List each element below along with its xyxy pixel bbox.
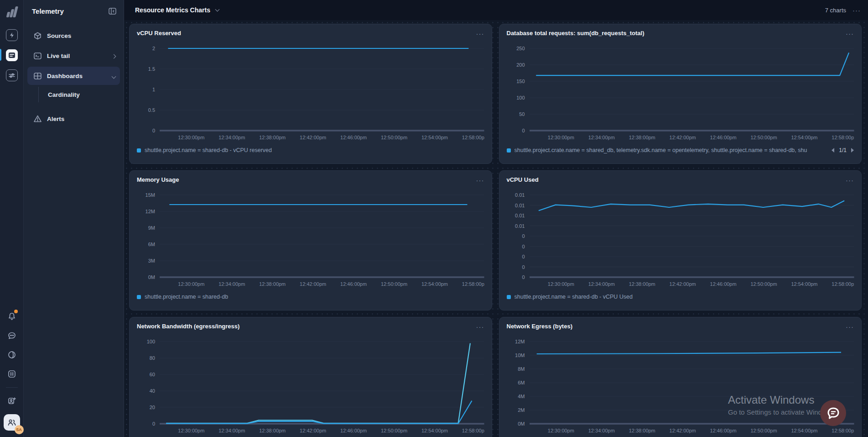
legend-swatch [507, 295, 511, 299]
chart-title: Database total requests: sum(db_requests… [507, 30, 645, 37]
x-axis: 12:30:00pm12:34:00pm12:38:00pm12:42:00pm… [530, 426, 854, 434]
legend-pager: 1/1 [827, 147, 854, 153]
chart-title: vCPU Used [507, 176, 539, 183]
legend-label: shuttle.project.name = shared-db [145, 294, 228, 300]
chart-legend: shuttle.project.name = shared-db - vCPU … [507, 294, 854, 300]
dashboard-grid-icon [34, 73, 42, 79]
chart-legend: shuttle.project.name = shared-db [137, 294, 484, 300]
chat-launcher-button[interactable] [820, 400, 846, 426]
telemetry-icon [8, 52, 16, 58]
chart-menu-button[interactable]: ··· [846, 323, 854, 331]
y-axis: 250200150100500 [507, 48, 525, 131]
sidebar-item-label: Live tail [47, 53, 70, 59]
y-axis: 21.510.50 [137, 48, 155, 131]
avatar: SA [15, 425, 24, 434]
pager-next-icon[interactable] [851, 148, 854, 153]
x-axis: 12:30:00pm12:34:00pm12:38:00pm12:42:00pm… [160, 133, 484, 141]
cube-icon [34, 32, 42, 40]
y-axis: 100806040200 [137, 342, 155, 424]
telemetry-app-button[interactable] [6, 49, 18, 61]
team-account-button[interactable]: SA [4, 414, 20, 431]
chat-bubble-icon [826, 406, 840, 420]
legend-label: shuttle.project.name = shared-db - vCPU … [145, 147, 272, 153]
x-axis: 12:30:00pm12:34:00pm12:38:00pm12:42:00pm… [160, 280, 484, 287]
charts-grid: vCPU Reserved ··· 21.510.50 12:30:00pm12… [124, 20, 868, 437]
panel-collapse-icon [109, 8, 116, 15]
legend-label: shuttle.project.crate.name = shared_db, … [515, 147, 807, 153]
team-icon [7, 419, 16, 426]
terminal-icon [34, 53, 42, 59]
sidebar-item-live-tail[interactable]: Live tail [27, 47, 120, 65]
chart-menu-button[interactable]: ··· [846, 176, 854, 184]
x-axis: 12:30:00pm12:34:00pm12:38:00pm12:42:00pm… [160, 426, 484, 434]
dashboard-menu-button[interactable]: ··· [852, 6, 861, 14]
dashboard-dropdown-chevron-icon[interactable] [215, 7, 220, 12]
dashboard-content: vCPU Reserved ··· 21.510.50 12:30:00pm12… [124, 20, 868, 437]
invite-user-button[interactable] [6, 395, 18, 407]
legend-swatch [137, 295, 141, 299]
chevron-down-icon [112, 74, 116, 79]
apps-button[interactable] [6, 368, 18, 380]
sidebar: Telemetry Sources [24, 0, 124, 437]
sidebar-item-sources[interactable]: Sources [27, 26, 120, 45]
chart-card-memory-usage: Memory Usage ··· 15M12M9M6M3M0M 12:30:00… [129, 170, 492, 311]
legend-label: shuttle.project.name = shared-db - vCPU … [515, 294, 633, 300]
chart-plot[interactable]: 0.010.010.010.0100000 12:30:00pm12:34:00… [507, 195, 854, 287]
sidebar-collapse-button[interactable] [107, 6, 117, 16]
chart-plot[interactable]: 21.510.50 12:30:00pm12:34:00pm12:38:00pm… [137, 48, 484, 141]
chat-icon [8, 332, 16, 340]
sidebar-item-dashboards[interactable]: Dashboards [27, 67, 120, 85]
chart-menu-button[interactable]: ··· [476, 30, 484, 37]
pager-label: 1/1 [839, 147, 847, 153]
lightning-icon [9, 32, 15, 38]
topbar: Resource Metrics Charts 7 charts ··· [124, 0, 868, 20]
sidebar-item-label: Alerts [47, 116, 64, 122]
connections-app-button[interactable] [6, 69, 18, 81]
charts-count: 7 charts [825, 7, 846, 14]
sliders-icon [9, 73, 15, 78]
chart-title: Network Bandwidth (egress/ingress) [137, 323, 239, 330]
chart-plot[interactable]: 15M12M9M6M3M0M 12:30:00pm12:34:00pm12:38… [137, 195, 484, 287]
chart-plot[interactable]: 250200150100500 12:30:00pm12:34:00pm12:3… [507, 48, 854, 141]
chart-card-network-egress: Network Egress (bytes) ··· 12M10M8M6M4M2… [499, 317, 862, 437]
chart-menu-button[interactable]: ··· [476, 323, 484, 331]
dashboard-title[interactable]: Resource Metrics Charts [135, 6, 210, 14]
y-axis: 12M10M8M6M4M2M0M [507, 342, 525, 424]
x-axis: 12:30:00pm12:34:00pm12:38:00pm12:42:00pm… [530, 280, 854, 287]
icon-rail: SA [0, 0, 24, 437]
chart-menu-button[interactable]: ··· [846, 30, 854, 37]
notification-badge [14, 310, 18, 313]
apps-grid-icon [8, 370, 16, 378]
notifications-button[interactable] [6, 311, 18, 322]
chart-plot[interactable]: 12M10M8M6M4M2M0M 12:30:00pm12:34:00pm12:… [507, 342, 854, 434]
invite-user-icon [8, 397, 16, 405]
chart-title: vCPU Reserved [137, 30, 181, 37]
chart-card-db-requests: Database total requests: sum(db_requests… [499, 24, 862, 164]
chart-plot[interactable]: 100806040200 12:30:00pm12:34:00pm12:38:0… [137, 342, 484, 434]
feedback-chat-button[interactable] [6, 330, 18, 342]
sidebar-item-label: Cardinality [48, 91, 80, 98]
legend-swatch [507, 148, 511, 153]
main-area: Resource Metrics Charts 7 charts ··· vCP… [124, 0, 868, 437]
sidebar-title: Telemetry [32, 7, 64, 15]
alert-triangle-icon [34, 115, 42, 122]
betterstack-logo-icon[interactable] [7, 5, 17, 17]
app-window: SA Telemetry Sources [0, 0, 868, 437]
chart-card-vcpu-used: vCPU Used ··· 0.010.010.010.0100000 12:3… [499, 170, 862, 311]
y-axis: 0.010.010.010.0100000 [507, 195, 525, 277]
chevron-right-icon [112, 54, 116, 58]
pager-prev-icon[interactable] [832, 148, 834, 153]
chart-menu-button[interactable]: ··· [476, 176, 484, 184]
bell-icon [8, 312, 16, 321]
sidebar-item-cardinality[interactable]: Cardinality [38, 87, 120, 102]
uptime-app-button[interactable] [6, 29, 18, 41]
theme-toggle-button[interactable] [6, 349, 18, 361]
sidebar-item-label: Dashboards [47, 73, 83, 79]
chart-legend: shuttle.project.crate.name = shared_db, … [507, 147, 854, 153]
chart-legend: shuttle.project.name = shared-db - vCPU … [137, 147, 484, 153]
chart-card-network-bandwidth: Network Bandwidth (egress/ingress) ··· 1… [129, 317, 492, 437]
chart-title: Memory Usage [137, 176, 179, 183]
sidebar-item-alerts[interactable]: Alerts [27, 110, 120, 128]
x-axis: 12:30:00pm12:34:00pm12:38:00pm12:42:00pm… [530, 133, 854, 141]
theme-contrast-icon [8, 351, 16, 359]
